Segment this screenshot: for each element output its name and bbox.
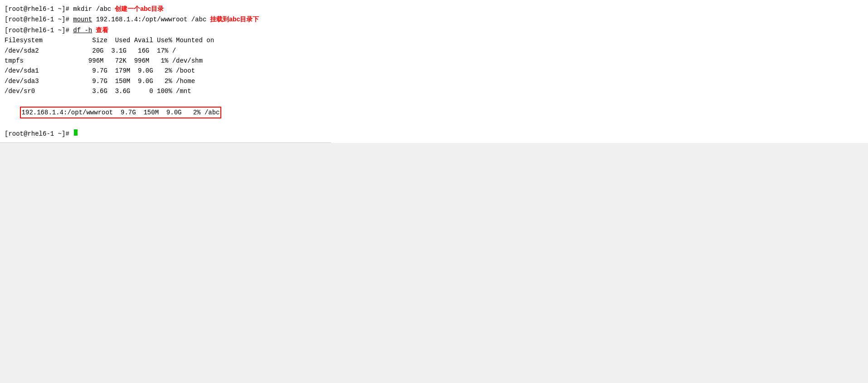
- annotation-mount: 挂载到abc目录下: [210, 14, 259, 24]
- cursor-block: [74, 129, 78, 136]
- annotation-mkdir: 创建一个abc目录: [115, 4, 164, 14]
- cmd-mkdir: mkdir /abc: [73, 4, 111, 14]
- nfs-mount-row: 192.168.1.4:/opt/wwwroot 9.7G 150M 9.0G …: [20, 107, 222, 118]
- df-row-tmpfs: tmpfs 996M 72K 996M 1% /dev/shm: [5, 56, 327, 66]
- command-line-mkdir: [root@rhel6-1 ~]# mkdir /abc创建一个abc目录: [5, 4, 327, 14]
- df-header: Filesystem Size Used Avail Use% Mounted …: [5, 35, 327, 45]
- cmd-mount-underline: mount: [73, 15, 92, 25]
- annotation-df: 查看: [96, 25, 108, 35]
- cmd-df-underline: df -h: [73, 25, 92, 35]
- final-prompt-line: [root@rhel6-1 ~]#: [5, 129, 327, 139]
- df-row-sr0: /dev/sr0 3.6G 3.6G 0 100% /mnt: [5, 86, 327, 96]
- cmd-mount-rest: 192.168.1.4:/opt/wwwroot /abc: [92, 15, 206, 25]
- df-row-highlighted: 192.168.1.4:/opt/wwwroot 9.7G 150M 9.0G …: [5, 97, 327, 129]
- df-row-sda3: /dev/sda3 9.7G 150M 9.0G 2% /home: [5, 76, 327, 86]
- command-line-mount: [root@rhel6-1 ~]# mount 192.168.1.4:/opt…: [5, 14, 327, 25]
- prompt-3: [root@rhel6-1 ~]#: [5, 25, 73, 35]
- terminal-window: [root@rhel6-1 ~]# mkdir /abc创建一个abc目录 [r…: [0, 0, 331, 143]
- final-prompt: [root@rhel6-1 ~]#: [5, 129, 73, 139]
- empty-area: [0, 143, 868, 383]
- command-line-df: [root@rhel6-1 ~]# df -h查看: [5, 25, 327, 35]
- df-row-sda1: /dev/sda1 9.7G 179M 9.0G 2% /boot: [5, 66, 327, 76]
- df-row-sda2: /dev/sda2 20G 3.1G 16G 17% /: [5, 46, 327, 56]
- prompt-1: [root@rhel6-1 ~]#: [5, 4, 73, 14]
- prompt-2: [root@rhel6-1 ~]#: [5, 15, 73, 25]
